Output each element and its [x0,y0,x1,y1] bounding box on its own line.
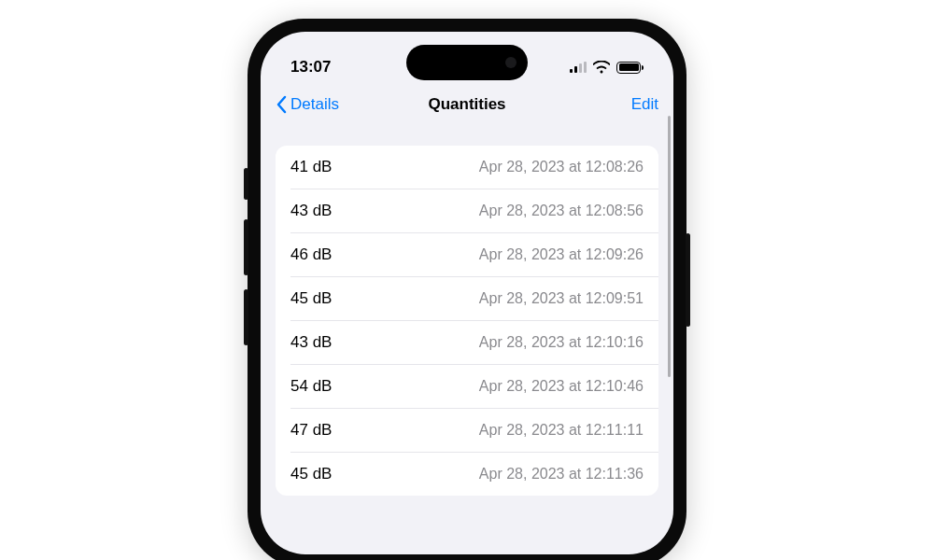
nav-bar: Details Quantities Edit [261,84,673,127]
timestamp: Apr 28, 2023 at 12:11:36 [479,466,644,483]
decibel-value: 43 dB [290,333,332,352]
decibel-value: 46 dB [290,245,332,264]
status-icons [570,61,644,74]
chevron-left-icon [276,95,287,114]
list-item[interactable]: 47 dBApr 28, 2023 at 12:11:11 [290,408,658,452]
screen: 13:07 Details Quantities Edit 41 dBApr 2… [261,32,673,554]
volume-down-button [244,289,248,345]
volume-up-button [244,219,248,275]
page-title: Quantities [428,95,505,114]
list-item[interactable]: 41 dBApr 28, 2023 at 12:08:26 [276,146,658,189]
decibel-value: 45 dB [290,289,332,308]
back-label: Details [290,95,339,114]
edit-button[interactable]: Edit [631,95,658,114]
decibel-value: 54 dB [290,377,332,396]
timestamp: Apr 28, 2023 at 12:08:26 [479,159,644,175]
timestamp: Apr 28, 2023 at 12:09:26 [479,246,644,263]
timestamp: Apr 28, 2023 at 12:09:51 [479,290,644,307]
scroll-indicator[interactable] [668,116,671,377]
list-item[interactable]: 45 dBApr 28, 2023 at 12:09:51 [290,276,658,320]
decibel-value: 43 dB [290,202,332,220]
list-item[interactable]: 43 dBApr 28, 2023 at 12:08:56 [290,189,658,232]
timestamp: Apr 28, 2023 at 12:10:46 [479,378,644,395]
decibel-value: 47 dB [290,421,332,440]
phone-frame: 13:07 Details Quantities Edit 41 dBApr 2… [248,19,686,560]
list-item[interactable]: 54 dBApr 28, 2023 at 12:10:46 [290,364,658,408]
timestamp: Apr 28, 2023 at 12:11:11 [479,422,644,439]
timestamp: Apr 28, 2023 at 12:08:56 [479,203,644,219]
list-item[interactable]: 43 dBApr 28, 2023 at 12:10:16 [290,320,658,364]
decibel-value: 45 dB [290,465,332,483]
timestamp: Apr 28, 2023 at 12:10:16 [479,334,644,351]
cellular-signal-icon [570,62,587,73]
list-item[interactable]: 46 dBApr 28, 2023 at 12:09:26 [290,232,658,276]
list-item[interactable]: 45 dBApr 28, 2023 at 12:11:36 [290,452,658,496]
back-button[interactable]: Details [276,95,339,114]
dynamic-island [406,45,528,80]
status-time: 13:07 [290,58,331,77]
battery-icon [616,62,644,74]
wifi-icon [593,61,610,74]
power-button [686,233,690,327]
mute-switch [244,168,248,200]
decibel-value: 41 dB [290,158,332,176]
quantities-list[interactable]: 41 dBApr 28, 2023 at 12:08:2643 dBApr 28… [276,146,658,496]
